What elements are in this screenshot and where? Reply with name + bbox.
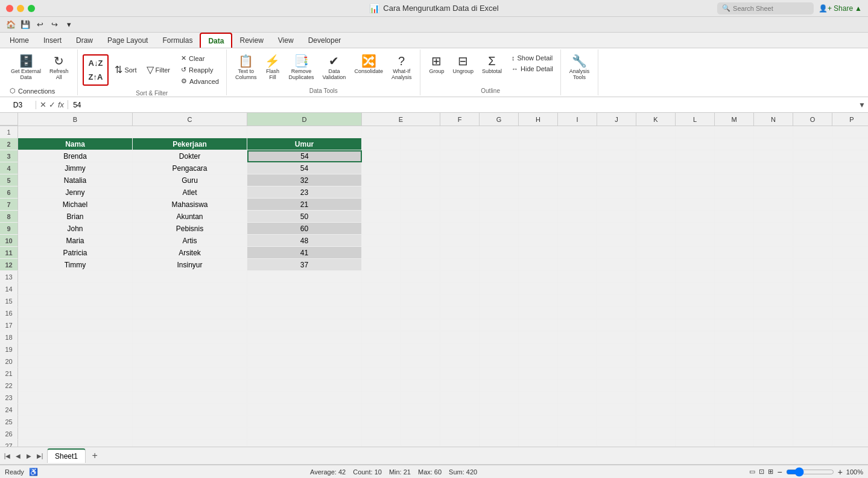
cell[interactable] [793,380,832,392]
col-header-b[interactable]: B [18,113,133,126]
cell[interactable] [558,307,597,319]
cell[interactable] [362,307,401,319]
cell[interactable] [597,259,636,271]
subtotal-button[interactable]: Σ Subtotal [478,53,505,76]
cell[interactable] [247,271,362,283]
tab-draw[interactable]: Draw [69,33,100,48]
cell[interactable] [636,404,676,416]
cell[interactable]: Jenny [18,186,133,199]
cell[interactable] [440,162,480,174]
col-header-f[interactable]: F [440,113,480,126]
cell[interactable] [440,404,480,416]
cell[interactable] [401,126,440,138]
more-icon[interactable]: ▾ [63,19,75,31]
cell[interactable] [440,150,480,162]
cell[interactable] [597,355,636,368]
cell[interactable] [754,380,793,392]
cell[interactable] [597,307,636,319]
cell[interactable] [754,295,793,307]
cell[interactable] [133,380,247,392]
cell[interactable] [133,295,247,307]
cell[interactable] [480,295,519,307]
cell[interactable] [676,416,715,428]
cell[interactable] [676,283,715,295]
cell[interactable]: Atlet [133,186,247,199]
cell[interactable] [597,271,636,283]
cell[interactable] [793,150,832,162]
cell[interactable] [636,307,676,319]
cell[interactable] [480,319,519,331]
cell[interactable] [636,380,676,392]
cell[interactable] [636,428,676,440]
cell[interactable] [247,295,362,307]
cell[interactable] [832,223,868,235]
cell[interactable] [793,271,832,283]
cell[interactable] [597,380,636,392]
cell[interactable] [401,211,440,223]
cell[interactable] [832,199,868,211]
cell[interactable] [676,235,715,247]
cell[interactable] [18,283,133,295]
cell[interactable] [793,174,832,186]
cell[interactable] [18,307,133,319]
cell[interactable] [401,162,440,174]
cell[interactable] [793,392,832,404]
cell[interactable] [676,223,715,235]
cell[interactable] [133,271,247,283]
cell[interactable] [18,126,133,138]
cell[interactable] [754,174,793,186]
save-icon[interactable]: 💾 [19,19,31,31]
col-header-c[interactable]: C [133,113,247,126]
cell[interactable] [715,319,754,331]
cell[interactable] [519,368,558,380]
row-number[interactable]: 7 [0,199,18,211]
cell[interactable] [480,126,519,138]
show-detail-button[interactable]: ↕ Show Detail [509,53,556,63]
cell[interactable] [480,174,519,186]
cell[interactable] [362,138,401,150]
cell[interactable] [832,416,868,428]
cell[interactable] [832,271,868,283]
cell[interactable] [832,404,868,416]
cell[interactable] [793,138,832,150]
cell[interactable] [519,307,558,319]
cell[interactable] [793,223,832,235]
cell[interactable] [676,162,715,174]
cell[interactable] [636,271,676,283]
cell[interactable] [715,259,754,271]
cell[interactable]: Arsitek [133,247,247,259]
cell[interactable] [133,283,247,295]
cell[interactable] [793,259,832,271]
cell[interactable] [832,331,868,343]
row-number[interactable]: 5 [0,174,18,186]
cell[interactable] [18,392,133,404]
cell[interactable] [636,343,676,355]
row-number[interactable]: 19 [0,343,18,355]
cell[interactable] [519,295,558,307]
cell[interactable] [676,259,715,271]
cell[interactable] [754,223,793,235]
row-number[interactable]: 15 [0,295,18,307]
cell[interactable] [247,126,362,138]
cell[interactable] [480,271,519,283]
cell[interactable] [597,392,636,404]
cell[interactable] [519,235,558,247]
cell[interactable] [754,138,793,150]
cell[interactable] [558,416,597,428]
cell[interactable] [519,174,558,186]
cell[interactable] [362,319,401,331]
cell[interactable] [133,126,247,138]
cell[interactable] [676,380,715,392]
cell[interactable] [793,428,832,440]
cell[interactable] [754,186,793,199]
cell[interactable] [676,295,715,307]
row-number[interactable]: 3 [0,150,18,162]
cell[interactable] [558,319,597,331]
cell[interactable] [832,150,868,162]
cell[interactable] [362,283,401,295]
cell[interactable] [401,368,440,380]
cell[interactable] [832,126,868,138]
cell[interactable] [636,150,676,162]
cell[interactable]: 54 [247,162,362,174]
cell[interactable]: Brian [18,211,133,223]
